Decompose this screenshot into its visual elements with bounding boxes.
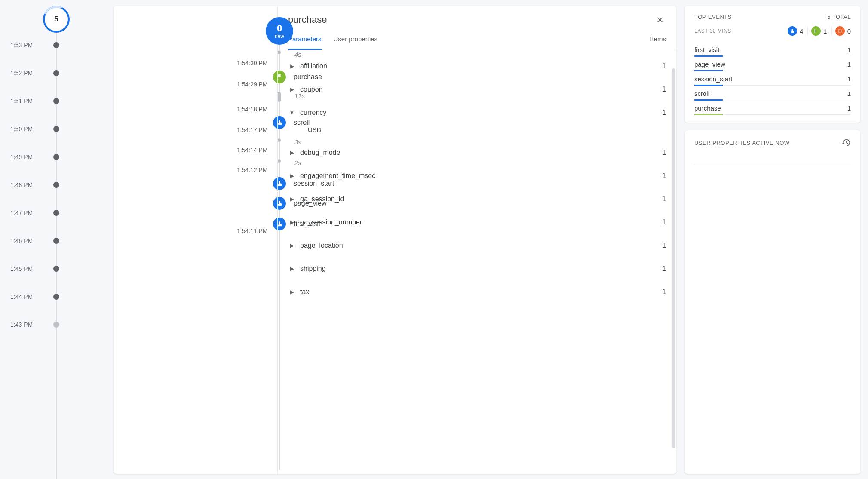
parameter-name: engagement_time_msec xyxy=(300,172,662,180)
chevron-right-icon: ▶ xyxy=(288,219,296,225)
minute-label: 1:53 PM xyxy=(10,42,33,49)
scrollbar[interactable] xyxy=(672,68,675,448)
parameter-count: 1 xyxy=(662,62,666,70)
parameter-name: page_location xyxy=(300,242,662,249)
minute-dot xyxy=(53,322,59,328)
close-button[interactable] xyxy=(654,14,666,26)
event-stream-card: 0 new 1:54:30 PM1:54:29 PM1:54:18 PM1:54… xyxy=(114,6,676,474)
parameter-name: affiliation xyxy=(300,62,662,70)
parameter-count: 1 xyxy=(662,172,666,180)
parameter-row[interactable]: ▶tax1 xyxy=(281,280,673,304)
seconds-time-label: 1:54:17 PM xyxy=(237,126,268,133)
minute-dot xyxy=(53,294,59,300)
event-detail-panel: purchase Parameters User properties Item… xyxy=(277,6,676,474)
minute-label: 1:43 PM xyxy=(10,321,33,328)
tally-touch-count: 4 xyxy=(800,28,803,35)
seconds-sub: new xyxy=(275,33,284,39)
user-properties-title: USER PROPERTIES ACTIVE NOW xyxy=(694,140,790,146)
top-event-count: 1 xyxy=(847,46,851,53)
parameter-count: 1 xyxy=(662,242,666,249)
parameter-name: coupon xyxy=(300,86,662,93)
parameter-row[interactable]: ▶engagement_time_msec1 xyxy=(281,164,673,187)
parameter-count: 1 xyxy=(662,149,666,157)
minute-dot xyxy=(53,70,59,76)
parameter-name: debug_mode xyxy=(300,149,662,157)
parameter-count: 1 xyxy=(662,288,666,296)
parameter-name: ga_session_id xyxy=(300,195,662,203)
chevron-right-icon: ▶ xyxy=(288,150,296,156)
top-event-row[interactable]: session_start1 xyxy=(694,71,851,84)
minute-label: 1:48 PM xyxy=(10,181,33,188)
svg-rect-2 xyxy=(840,32,840,32)
top-event-row[interactable]: scroll1 xyxy=(694,86,851,99)
error-icon xyxy=(835,26,845,36)
seconds-time-label: 1:54:12 PM xyxy=(237,166,268,173)
minutes-count-badge[interactable]: 5 xyxy=(45,8,68,31)
top-events-card: TOP EVENTS 5 TOTAL LAST 30 MINS 4 1 xyxy=(685,6,860,123)
seconds-time-label: 1:54:18 PM xyxy=(237,106,268,113)
top-event-name: scroll xyxy=(694,90,709,97)
top-events-list: first_visit1page_view1session_start1scro… xyxy=(694,42,851,115)
seconds-time-label: 1:54:29 PM xyxy=(237,81,268,88)
tab-items[interactable]: Items xyxy=(650,29,666,50)
parameter-row[interactable]: ▶debug_mode1 xyxy=(281,141,673,164)
seconds-count: 0 xyxy=(277,23,282,34)
detail-title: purchase xyxy=(288,14,327,25)
minute-label: 1:44 PM xyxy=(10,293,33,300)
parameter-row[interactable]: ▶page_location1 xyxy=(281,234,673,257)
flag-icon xyxy=(811,26,821,36)
minute-label: 1:46 PM xyxy=(10,237,33,244)
parameter-row[interactable]: ▶affiliation1 xyxy=(281,55,673,78)
parameter-row[interactable]: ▶ga_session_number1 xyxy=(281,211,673,234)
top-events-subtitle: LAST 30 MINS xyxy=(694,28,731,34)
history-button[interactable] xyxy=(841,138,851,147)
top-event-count: 1 xyxy=(847,75,851,83)
parameter-value: USD xyxy=(281,124,673,141)
tab-user-properties[interactable]: User properties xyxy=(334,29,378,50)
top-event-row[interactable]: page_view1 xyxy=(694,56,851,70)
minute-dot xyxy=(53,210,59,216)
seconds-count-badge[interactable]: 0 new xyxy=(266,17,293,45)
svg-rect-1 xyxy=(840,30,840,31)
minute-dot xyxy=(53,238,59,244)
minute-label: 1:49 PM xyxy=(10,154,33,160)
chevron-right-icon: ▶ xyxy=(288,196,296,202)
user-properties-card: USER PROPERTIES ACTIVE NOW xyxy=(685,130,860,474)
chevron-right-icon: ▶ xyxy=(288,266,296,272)
minute-label: 1:52 PM xyxy=(10,70,33,77)
minutes-axis-line xyxy=(56,30,57,479)
minute-label: 1:45 PM xyxy=(10,265,33,272)
parameter-row[interactable]: ▶coupon1 xyxy=(281,78,673,101)
parameter-count: 1 xyxy=(662,86,666,93)
minute-dot xyxy=(53,182,59,188)
chevron-right-icon: ▶ xyxy=(288,243,296,249)
parameter-row[interactable]: ▼currency1 xyxy=(281,101,673,124)
event-type-tallies: 4 1 0 xyxy=(784,26,851,36)
minutes-timeline: 5 1:53 PM1:52 PM1:51 PM1:50 PM1:49 PM1:4… xyxy=(0,0,105,479)
minute-label: 1:50 PM xyxy=(10,126,33,132)
event-underline xyxy=(694,114,723,115)
chevron-down-icon: ▼ xyxy=(288,110,296,116)
top-event-row[interactable]: purchase1 xyxy=(694,100,851,114)
minute-dot xyxy=(53,42,59,48)
detail-tabs: Parameters User properties Items xyxy=(278,29,676,50)
seconds-timeline: 0 new 1:54:30 PM1:54:29 PM1:54:18 PM1:54… xyxy=(114,6,277,474)
chevron-right-icon: ▶ xyxy=(288,86,296,92)
parameter-row[interactable]: ▶ga_session_id1 xyxy=(281,187,673,211)
tally-error-count: 0 xyxy=(847,28,851,35)
top-event-count: 1 xyxy=(847,104,851,112)
chevron-right-icon: ▶ xyxy=(288,289,296,295)
parameter-count: 1 xyxy=(662,218,666,226)
divider xyxy=(694,165,851,165)
seconds-time-label: 1:54:14 PM xyxy=(237,147,268,154)
minute-label: 1:51 PM xyxy=(10,98,33,104)
parameter-name: ga_session_number xyxy=(300,218,662,226)
parameters-list[interactable]: ▶affiliation1▶coupon1▼currency1USD▶debug… xyxy=(278,50,676,474)
parameter-row[interactable]: ▶shipping1 xyxy=(281,257,673,280)
parameter-name: currency xyxy=(300,109,662,117)
top-event-name: purchase xyxy=(694,104,721,112)
top-event-row[interactable]: first_visit1 xyxy=(694,42,851,55)
chevron-right-icon: ▶ xyxy=(288,173,296,179)
top-event-name: session_start xyxy=(694,75,732,83)
parameter-count: 1 xyxy=(662,109,666,117)
